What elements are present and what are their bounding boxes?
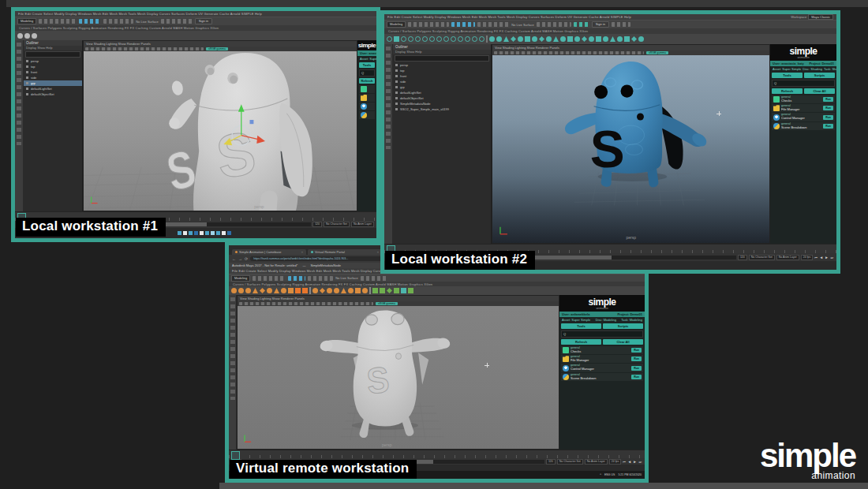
panel-script-item[interactable] [359,103,375,110]
panel-script-item[interactable]: generalFile ManagerRun [561,355,643,363]
shelf-icon[interactable] [245,288,251,293]
outliner-item[interactable]: SSO2_Super_Simple_main_v0199 [393,106,491,112]
shelf-icon[interactable] [341,288,346,293]
outliner-item[interactable]: defaultObjectSet [393,95,491,101]
browser-tab-2[interactable]: Virtual Remote Portal× [308,249,382,255]
shelf-icon[interactable] [394,36,399,42]
viewport-menubar[interactable]: View Shading Lighting Show Renderer Pane… [492,45,769,50]
shelf-icon[interactable] [553,36,559,42]
scripts-button[interactable]: Scripts [603,323,643,329]
tool-column[interactable] [384,44,393,244]
shelf-icon[interactable] [320,288,325,293]
run-button[interactable]: Run [631,366,642,371]
sign-in-button[interactable]: Sign in [195,18,212,24]
outliner-item[interactable]: grp [393,84,491,90]
shelf-icon[interactable] [32,33,37,39]
mode-dropdown[interactable]: Modeling [17,18,36,24]
panel-script-item[interactable] [359,85,375,93]
viewport-menubar[interactable]: View Shading Lighting Show Renderer Pane… [238,296,559,301]
outliner-item[interactable]: persp [393,62,491,68]
shelf-icon[interactable] [387,36,392,42]
shelf-icon[interactable] [567,36,573,42]
mode-dropdown[interactable]: Modeling [387,21,406,28]
outliner-item[interactable]: persp [24,58,82,64]
shelf-icon[interactable] [355,288,361,293]
viewport[interactable]: View Shading Lighting Show Renderer Pane… [492,44,770,244]
shelf-icon[interactable] [372,288,378,293]
shelf-icon[interactable] [387,288,392,293]
shelf-icon[interactable] [596,36,601,42]
shelf-icon[interactable] [429,36,435,42]
playback-controls[interactable]: ⏮ ◀ ▶ ⏭ [814,256,834,259]
shelf-icon[interactable] [560,36,566,42]
outliner-item[interactable]: grp [24,80,82,86]
file-toolbar-icons[interactable] [408,22,449,27]
shelf-icon[interactable] [288,288,294,293]
shelf-icon[interactable] [394,288,399,293]
reload-icon[interactable]: ⟳ [245,256,248,261]
tray-arrow[interactable]: ^ [600,473,601,476]
outliner-item[interactable]: top [24,64,82,69]
shelf-icon[interactable] [436,36,442,42]
browser-tab-1[interactable]: Simple Animation | Camebase× [232,249,306,255]
panel-script-item[interactable] [359,111,375,119]
shelf-icon[interactable] [443,36,449,42]
snap-toolbar-icons[interactable] [451,22,475,27]
file-toolbar-icons[interactable] [39,19,77,24]
shelf-icon[interactable] [281,288,286,293]
viewport[interactable]: View Shading Lighting Show Renderer Pane… [237,295,559,450]
shelf-icon[interactable] [451,36,456,42]
viewport-menus[interactable]: View Shading Lighting Show Renderer Pane… [86,42,151,46]
shelf-icon[interactable] [532,36,537,42]
sign-in-button[interactable]: Sign in [592,21,609,28]
shelf-icon[interactable] [295,288,301,293]
viewport[interactable]: View Shading Lighting Show Renderer Pane… [83,40,357,211]
render-toolbar-icons[interactable] [537,22,571,27]
history-toolbar-icons[interactable] [103,19,133,24]
menu-items[interactable]: File Edit Create Select Modify Display W… [18,12,262,16]
right-toolbar-icons[interactable] [612,22,630,27]
outliner-search-input[interactable] [25,51,80,58]
scripts-button[interactable]: Scripts [804,73,835,78]
menu-items[interactable]: File Edit Create Select Modify Display W… [387,15,631,19]
outliner-item[interactable]: side [393,79,491,84]
refresh-button[interactable]: Refresh [772,88,803,94]
outliner-menus[interactable]: Display Show Help [393,50,491,54]
tools-button[interactable]: Tools [772,73,803,78]
shelf-icon[interactable] [539,36,544,42]
workspace-selector[interactable]: Workspace Maya Classic [791,14,833,20]
shelf-icon[interactable] [401,36,406,42]
shelf-tabs[interactable]: Curves / Surfaces Polygons Sculpting Rig… [15,25,376,31]
panel-script-item[interactable]: generalChecksRun [561,346,643,354]
viewport-canvas-2[interactable]: S persp [492,55,769,243]
shelf-icon[interactable] [302,288,308,293]
history-toolbar-icons[interactable] [477,22,509,27]
outliner-item[interactable]: side [24,75,82,80]
shelf-icon[interactable] [518,36,523,42]
tool-column[interactable] [15,40,24,211]
snap-toolbar-icons[interactable] [79,19,101,24]
shelf-icon[interactable] [380,288,385,293]
panel-script-item[interactable]: generalChecksRun [772,95,835,103]
shelf-icon[interactable] [486,35,488,43]
maya-menubar[interactable]: File Edit Create Select Modify Display W… [15,11,376,17]
outliner-item[interactable]: defaultObjectSet [24,91,82,97]
shelf-icon[interactable] [231,288,237,293]
shelf-icon[interactable] [369,287,371,294]
arnold-toolbar-icons[interactable] [574,22,589,27]
shelf-icon[interactable] [253,288,258,293]
shelf-icon[interactable] [274,288,279,293]
outliner-item[interactable]: defaultLightSet [393,90,491,95]
panel-search-input[interactable]: Q [561,330,643,338]
shelf-icon[interactable] [312,288,318,293]
refresh-button[interactable]: Refresh [561,339,601,345]
run-button[interactable]: Run [631,375,642,379]
time-slider[interactable] [229,450,645,458]
panel-script-item[interactable]: generalFile ManagerRun [772,104,835,112]
viewport-menus[interactable]: View Shading Lighting Show Renderer Pane… [240,297,305,300]
shelf-icon[interactable] [327,288,332,293]
viewport-menubar[interactable]: View Shading Lighting Show Renderer Pane… [84,41,357,47]
gamma-chip[interactable]: sRGB gamma [206,47,228,51]
shelf-icons[interactable] [384,34,836,44]
panel-script-item[interactable]: generalControl ManagerRun [561,364,643,371]
